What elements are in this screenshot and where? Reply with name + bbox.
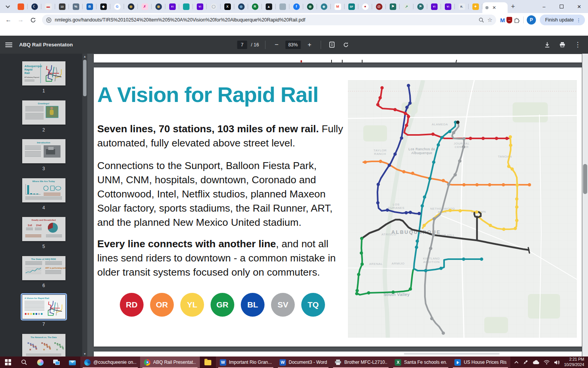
pinned-tab[interactable]: R [248, 0, 262, 13]
minimize-button[interactable]: – [535, 0, 553, 13]
taskbar-explorer-button[interactable] [200, 356, 216, 368]
page-thumbnail-5[interactable]: Deadly and Dissatisfied1st2nd5 [21, 217, 67, 249]
taskbar-task-word[interactable]: WImportant Rio Gran... [216, 356, 276, 368]
site-info-icon[interactable] [46, 17, 52, 23]
sidebar-scrollbar[interactable]: ▲ ▼ [82, 54, 87, 356]
wifi-icon[interactable] [544, 360, 550, 365]
pdf-more-menu-icon[interactable]: ⋮ [573, 40, 583, 50]
scroll-up-arrow[interactable]: ▲ [82, 54, 87, 59]
taskbar-taskview-button[interactable] [48, 356, 64, 368]
pinned-tab[interactable]: 13 [55, 0, 69, 13]
pinned-tab[interactable]: M [331, 0, 345, 13]
pinned-tab[interactable]: ✗ [138, 0, 152, 13]
volume-icon[interactable] [554, 360, 560, 365]
pinned-tab[interactable]: ⚑ [386, 0, 400, 13]
viewer-scrollbar[interactable] [582, 54, 588, 356]
active-tab[interactable]: ✕ [482, 2, 508, 13]
pinned-tab[interactable]: X [220, 0, 234, 13]
fit-page-button[interactable] [327, 40, 337, 50]
new-tab-button[interactable]: + [508, 1, 518, 12]
url-text[interactable]: nmlegis.gov/handouts/TIRS%20102524%20Ite… [55, 17, 475, 23]
tab-favicon: ⚑ [417, 3, 424, 10]
pinned-tab[interactable]: R. [455, 0, 469, 13]
rotate-button[interactable] [341, 40, 351, 50]
pinned-tab[interactable]: SF [345, 0, 358, 13]
pinned-tab[interactable]: ◈ [317, 0, 331, 13]
tray-expand-chevron-icon[interactable] [514, 361, 519, 364]
pinned-tab[interactable]: ⚑ [413, 0, 427, 13]
pinned-tab[interactable]: f [289, 0, 303, 13]
pinned-tab[interactable]: Y! [193, 0, 207, 13]
address-bar[interactable]: nmlegis.gov/handouts/TIRS%20102524%20Ite… [42, 15, 496, 25]
close-button[interactable]: ✕ [570, 0, 588, 13]
page-thumbnail-4[interactable]: Where We Are Today4 [21, 178, 67, 210]
pinned-tab[interactable]: Y! [427, 0, 441, 13]
back-button[interactable]: ← [3, 15, 14, 25]
pinned-tab[interactable] [179, 0, 193, 13]
pinned-tab[interactable]: ● [358, 0, 372, 13]
scroll-down-arrow[interactable]: ▼ [82, 351, 87, 356]
pinned-tab[interactable]: ▬ [41, 0, 55, 13]
pinned-tab[interactable] [14, 0, 28, 13]
pinned-tab[interactable]: Y! [441, 0, 455, 13]
taskbar-start-button[interactable] [0, 356, 16, 368]
pinned-tab[interactable] [276, 0, 289, 13]
zoom-level-input[interactable]: 83% [285, 41, 301, 49]
pinned-tab[interactable]: ◍ [234, 0, 248, 13]
taskbar-task-edge[interactable]: @couchqueenie on... [80, 356, 140, 368]
pinned-tab[interactable]: ↗ [400, 0, 413, 13]
zoom-in-button[interactable]: + [304, 40, 314, 50]
taskbar-clock[interactable]: 2:21 PM10/29/2024 [564, 357, 584, 367]
zoom-out-button[interactable]: − [271, 40, 281, 50]
pinned-tab[interactable]: ☾ [28, 0, 41, 13]
page-thumbnail-3[interactable]: Introduction3 [21, 139, 67, 171]
reload-button[interactable] [28, 15, 38, 25]
profile-avatar[interactable]: P [527, 15, 536, 25]
chrome-menu-icon[interactable]: ⋮ [576, 17, 581, 23]
download-button[interactable] [542, 40, 552, 50]
zoom-icon[interactable] [479, 17, 484, 23]
page-thumbnail-1[interactable]: AlbuquerqueRapidRailA Preliminary Propos… [21, 61, 67, 94]
taskbar-task-printer[interactable]: Brother MFC-L2710... [331, 356, 391, 368]
pinned-tab[interactable]: B [83, 0, 96, 13]
extensions-puzzle-icon[interactable] [514, 17, 520, 23]
taskbar-search-button[interactable] [16, 356, 32, 368]
taskbar-copilot-button[interactable] [32, 356, 48, 368]
pinned-tab[interactable]: ▲ [262, 0, 276, 13]
pinned-tab[interactable]: G [110, 0, 124, 13]
page-thumbnail-8[interactable]: The Network vs. The Data8 [21, 334, 67, 357]
malwarebytes-extension-icon[interactable]: M [500, 17, 505, 23]
windows-taskbar: @couchqueenie on...ABQ Rail Presentat...… [0, 356, 588, 368]
pinned-tab[interactable]: @ [372, 0, 386, 13]
tab-search-button[interactable] [2, 2, 12, 12]
pdf-menu-icon[interactable] [5, 43, 12, 47]
pinned-tab[interactable]: ◉ [124, 0, 138, 13]
finish-update-button[interactable]: Finish update ⋮ [540, 15, 585, 25]
taskbar-task-excel[interactable]: XSanta Fe schools en... [391, 356, 451, 368]
taskbar-task-news[interactable]: ▮▪US House Prices Rise... [451, 356, 510, 368]
mcafee-shield-icon[interactable]: – [506, 17, 512, 23]
pinned-tab[interactable]: ◉ [303, 0, 317, 13]
bookmark-star-icon[interactable]: ☆ [487, 16, 492, 23]
forward-button[interactable]: → [15, 15, 26, 25]
print-button[interactable] [557, 40, 567, 50]
pen-icon[interactable] [523, 360, 528, 365]
taskbar-task-chrome[interactable]: ABQ Rail Presentat... [140, 356, 200, 368]
close-tab-icon[interactable]: ✕ [492, 5, 496, 10]
pinned-tab[interactable]: ◯ [207, 0, 220, 13]
sidebar-scroll-thumb[interactable] [83, 60, 87, 96]
taskbar-mail-button[interactable] [64, 356, 80, 368]
page-thumbnail-2[interactable]: Greetings!2 [21, 100, 67, 133]
taskbar-task-word[interactable]: WDocument3 - Word [276, 356, 331, 368]
pinned-tab[interactable]: Y! [165, 0, 179, 13]
page-number-input[interactable]: 7 [237, 41, 247, 49]
pinned-tab[interactable]: ◉ [152, 0, 165, 13]
onedrive-cloud-icon[interactable] [532, 360, 539, 365]
pinned-tab[interactable]: ◆ [96, 0, 110, 13]
page-thumbnail-6[interactable]: The State of ABQ RIDEART is performing w… [21, 256, 67, 288]
maximize-button[interactable] [553, 0, 570, 13]
pinned-tab[interactable]: ✦ [469, 0, 482, 13]
pinned-tab[interactable]: % [69, 0, 83, 13]
viewer-scroll-thumb[interactable] [583, 164, 587, 194]
page-thumbnail-7[interactable]: A Vision for Rapid Rail 7 [21, 295, 67, 327]
